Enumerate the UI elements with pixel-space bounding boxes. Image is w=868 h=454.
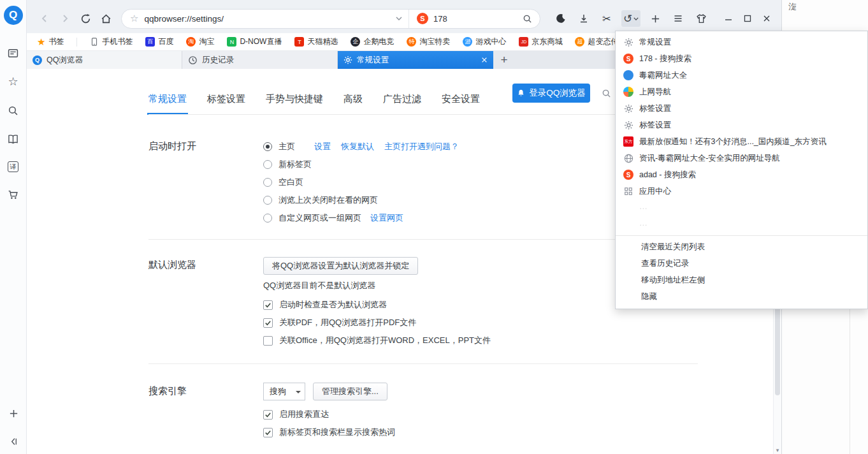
menu-item-adad-sogou[interactable]: S adad - 搜狗搜索 xyxy=(616,166,867,183)
address-section[interactable]: ☆ qqbrowser://settings/ xyxy=(122,10,409,28)
favorites-star-icon[interactable]: ☆ xyxy=(7,75,20,88)
translate-icon[interactable]: 译 xyxy=(8,161,18,172)
checkbox[interactable] xyxy=(263,300,273,310)
tab-close-icon[interactable] xyxy=(481,57,488,63)
search-icon[interactable] xyxy=(523,14,532,24)
add-bookmark-star-icon[interactable]: ☆ xyxy=(130,13,138,24)
radio-option-new-tab[interactable]: 新标签页 xyxy=(263,156,459,173)
radio-button[interactable] xyxy=(263,178,272,187)
checkbox-associate-pdf[interactable]: 关联PDF，用QQ浏览器打开PDF文件 xyxy=(263,314,491,332)
checkbox-hot-words[interactable]: 新标签页和搜索栏显示搜索热词 xyxy=(263,423,395,441)
menu-item-duba[interactable]: 毒霸网址大全 xyxy=(616,67,867,84)
address-dropdown-caret-icon[interactable] xyxy=(396,17,402,20)
settings-tab-advanced[interactable]: 高级 xyxy=(344,93,363,115)
main-menu-button[interactable] xyxy=(670,10,686,27)
reading-mode-icon[interactable] xyxy=(7,133,20,145)
close-button[interactable] xyxy=(757,10,776,27)
settings-tab-general[interactable]: 常规设置 xyxy=(148,93,187,115)
tab-qq-browser[interactable]: Q QQ浏览器 xyxy=(27,51,182,69)
search-query-text[interactable]: 178 xyxy=(433,14,447,24)
set-default-browser-button[interactable]: 将QQ浏览器设置为默认浏览器并锁定 xyxy=(263,257,418,275)
bookmark-item[interactable]: JD 京东商城 xyxy=(519,36,562,47)
settings-tab-adblock[interactable]: 广告过滤 xyxy=(383,93,421,115)
menu-item-eastday-news[interactable]: 东方 最新放假通知！还有3个好消息..._国内频道_东方资讯 xyxy=(616,133,867,150)
homepage-help-link[interactable]: 主页打开遇到问题？ xyxy=(384,141,459,152)
menu-item-faded-1[interactable]: ⋯ xyxy=(616,200,867,216)
bookmark-item[interactable]: 特 淘宝特卖 xyxy=(407,36,450,47)
home-button[interactable] xyxy=(96,8,116,29)
login-button[interactable]: 登录QQ浏览器 xyxy=(512,84,590,103)
checkbox[interactable] xyxy=(263,410,273,420)
menu-item-faded-2[interactable]: ⋯ xyxy=(616,216,867,233)
address-bar[interactable]: ☆ qqbrowser://settings/ S 178 xyxy=(121,9,540,29)
shopping-cart-icon[interactable] xyxy=(7,188,20,201)
menu-item-178-sogou[interactable]: S 178 - 搜狗搜索 xyxy=(616,50,867,67)
checkbox[interactable] xyxy=(263,428,273,437)
tab-history[interactable]: 历史记录 xyxy=(182,51,338,69)
radio-button[interactable] xyxy=(263,214,272,223)
minimize-button[interactable] xyxy=(719,10,738,27)
menu-action-clear-recent-list[interactable]: 清空最近关闭列表 xyxy=(616,238,867,255)
menu-item-tab-settings-2[interactable]: 标签设置 xyxy=(616,117,867,133)
checkbox-associate-office[interactable]: 关联Office，用QQ浏览器打开WORD，EXCEL，PPT文件 xyxy=(263,332,491,349)
checkbox-check-default[interactable]: 启动时检查是否为默认浏览器 xyxy=(263,296,491,314)
bookmark-item[interactable]: 手机书签 xyxy=(90,36,133,47)
scrollbar-down-arrow[interactable]: ▾ xyxy=(774,447,781,453)
night-mode-button[interactable] xyxy=(553,10,569,27)
maximize-button[interactable] xyxy=(738,10,757,27)
add-button[interactable] xyxy=(647,10,663,27)
screenshot-button[interactable]: ✂ xyxy=(598,10,615,27)
skin-button[interactable] xyxy=(693,10,709,27)
forward-button[interactable] xyxy=(55,8,75,29)
bookmark-item[interactable]: 百 百度 xyxy=(145,36,173,47)
tab-general-settings[interactable]: 常规设置 xyxy=(338,51,493,69)
menu-action-view-history[interactable]: 查看历史记录 xyxy=(616,255,867,272)
restore-default-link[interactable]: 恢复默认 xyxy=(341,141,374,152)
menu-action-hide[interactable]: 隐藏 xyxy=(616,288,867,305)
checkbox[interactable] xyxy=(263,336,273,346)
radio-option-last-session[interactable]: 浏览上次关闭时在看的网页 xyxy=(263,191,459,209)
scrollbar-thumb[interactable] xyxy=(775,306,780,395)
bookmarks-panel-icon[interactable] xyxy=(7,47,20,59)
menu-item-navigation[interactable]: 上网导航 xyxy=(616,84,867,100)
clock-icon xyxy=(188,55,198,65)
back-button[interactable] xyxy=(34,8,55,29)
menu-action-move-to-left-of-address-bar[interactable]: 移动到地址栏左侧 xyxy=(616,272,867,288)
settings-tab-gestures[interactable]: 手势与快捷键 xyxy=(266,93,323,115)
qq-browser-logo[interactable]: Q xyxy=(4,6,23,25)
menu-item-app-center[interactable]: 应用中心 xyxy=(616,183,867,200)
sidebar-collapse-icon[interactable] xyxy=(7,435,20,448)
bookmark-item[interactable]: 淘 淘宝 xyxy=(186,36,214,47)
bookmark-item[interactable]: 企 企鹅电竞 xyxy=(351,36,394,47)
new-tab-button[interactable]: + xyxy=(493,51,515,69)
bookmark-item[interactable]: N D-NOW直播 xyxy=(227,36,282,47)
radio-button[interactable] xyxy=(263,160,272,169)
radio-button[interactable] xyxy=(263,142,272,151)
search-engine-select[interactable]: 搜狗 xyxy=(263,383,305,400)
bookmark-item[interactable]: T 天猫精选 xyxy=(294,36,338,47)
radio-option-blank-page[interactable]: 空白页 xyxy=(263,173,459,191)
radio-option-homepage[interactable]: 主页 设置 恢复默认 主页打开遇到问题？ xyxy=(263,138,459,156)
homepage-settings-link[interactable]: 设置 xyxy=(314,141,331,152)
search-panel-icon[interactable] xyxy=(7,104,20,117)
menu-item-general-settings[interactable]: 常规设置 xyxy=(616,34,867,50)
radio-option-custom-pages[interactable]: 自定义网页或一组网页 设置网页 xyxy=(263,209,459,227)
radio-button[interactable] xyxy=(263,196,272,205)
bookmark-item[interactable]: 游 游戏中心 xyxy=(463,36,506,47)
search-box[interactable]: S 178 xyxy=(409,10,540,28)
manage-search-engines-button[interactable]: 管理搜索引擎... xyxy=(313,383,387,400)
bookmark-item[interactable]: ★ 书签 xyxy=(37,36,64,47)
sidebar-add-icon[interactable] xyxy=(7,407,20,420)
menu-item-tab-settings-1[interactable]: 标签设置 xyxy=(616,100,867,117)
recently-closed-button[interactable]: ↺ xyxy=(621,10,640,27)
settings-tab-security[interactable]: 安全设置 xyxy=(442,93,480,115)
refresh-button[interactable] xyxy=(75,8,96,29)
checkbox-search-direct[interactable]: 启用搜索直达 xyxy=(263,406,395,423)
checkbox[interactable] xyxy=(263,318,273,328)
set-custom-pages-link[interactable]: 设置网页 xyxy=(370,212,403,224)
download-button[interactable] xyxy=(575,10,592,27)
settings-search-icon[interactable] xyxy=(602,89,611,98)
menu-item-duba-info[interactable]: 资讯-毒霸网址大全-安全实用的网址导航 xyxy=(616,150,867,166)
url-text[interactable]: qqbrowser://settings/ xyxy=(144,14,224,24)
settings-tab-tabs[interactable]: 标签设置 xyxy=(207,93,245,115)
